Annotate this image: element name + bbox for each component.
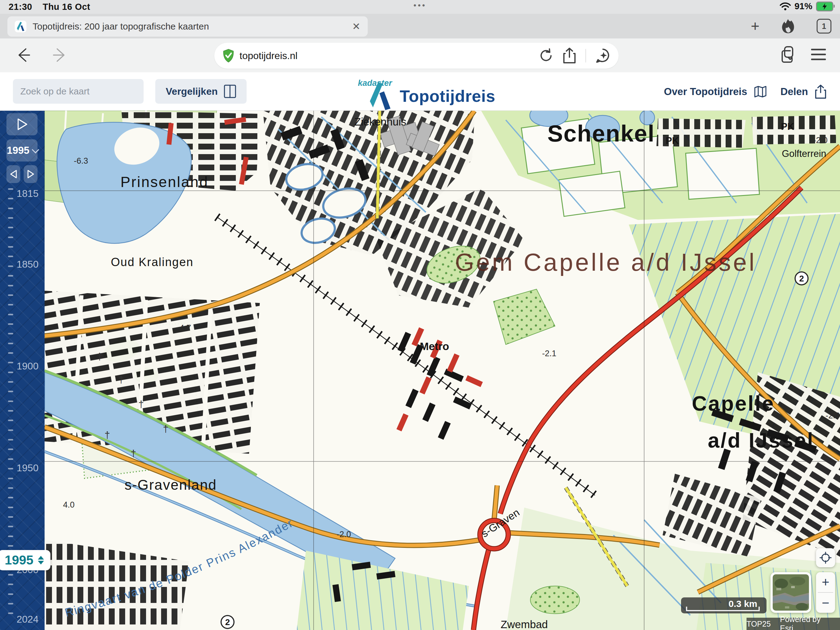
timeline-tick bbox=[8, 352, 13, 354]
site-title: Topotijdreis bbox=[400, 86, 495, 106]
wifi-icon bbox=[780, 2, 791, 11]
timeline-tick bbox=[8, 391, 13, 392]
label-pk-east: PK bbox=[781, 121, 794, 132]
label-golfterrein: Golfterrein bbox=[782, 148, 826, 159]
forward-button[interactable] bbox=[52, 47, 68, 63]
timeline-tick bbox=[8, 478, 13, 479]
kadaster-k-icon bbox=[369, 82, 393, 111]
timeline-tick bbox=[8, 188, 13, 190]
timeline-tick bbox=[8, 246, 13, 248]
label-depth-prinsenland: -6.3 bbox=[74, 156, 88, 166]
back-button[interactable] bbox=[15, 47, 32, 63]
tab-title: Topotijdreis: 200 jaar topografische kaa… bbox=[33, 21, 346, 32]
map-search[interactable] bbox=[13, 79, 144, 104]
label-depth-right: -2.0 bbox=[826, 411, 840, 420]
multitask-dots-icon: ••• bbox=[414, 1, 426, 10]
share-link[interactable]: Delen bbox=[780, 85, 826, 99]
timeline-year-2024[interactable]: 2024 bbox=[17, 614, 38, 625]
zoom-out-button[interactable]: − bbox=[816, 593, 835, 613]
compare-label: Vergelijken bbox=[166, 86, 218, 97]
label-oud-kralingen: Oud Kralingen bbox=[111, 256, 194, 269]
timeline-tick bbox=[8, 594, 13, 595]
aerial-preview-image bbox=[773, 574, 809, 611]
tab-counter[interactable]: 1 bbox=[816, 19, 831, 33]
label-pk-west: PK bbox=[666, 135, 679, 146]
reload-icon[interactable] bbox=[539, 48, 553, 63]
label-depth-40: 4.0 bbox=[63, 500, 75, 510]
timeline-tick bbox=[8, 333, 13, 334]
split-view-icon bbox=[224, 85, 236, 98]
timeline-tick bbox=[8, 217, 13, 219]
timeline-tick bbox=[8, 400, 13, 402]
timeline-tick bbox=[8, 545, 13, 547]
topographic-map[interactable]: 2 2 † † † † † † Ziekenhuis Schenkel PK P… bbox=[44, 111, 840, 630]
timeline-year-1950[interactable]: 1950 bbox=[17, 462, 38, 474]
tab-strip: Topotijdreis: 200 jaar topografische kaa… bbox=[0, 14, 840, 38]
timeline-tick bbox=[8, 285, 13, 287]
timeline-tick bbox=[8, 526, 13, 527]
timeline-year-1815[interactable]: 1815 bbox=[17, 188, 38, 199]
battery-icon bbox=[816, 2, 833, 11]
compare-button[interactable]: Vergelijken bbox=[155, 79, 246, 104]
timeline-tick bbox=[8, 603, 13, 605]
label-metro: Metro bbox=[420, 340, 449, 352]
tab-close-icon[interactable]: ✕ bbox=[352, 21, 360, 32]
timeline-tick bbox=[8, 372, 13, 373]
locate-button[interactable] bbox=[816, 548, 835, 567]
timeline-tick bbox=[8, 535, 13, 537]
label-zwembad: Zwembad bbox=[501, 618, 548, 630]
route-number-2-south: 2 bbox=[225, 617, 230, 627]
cross-symbol: † bbox=[97, 351, 103, 362]
timeline-year-1900[interactable]: 1900 bbox=[17, 361, 38, 372]
basemap-thumbnail[interactable] bbox=[771, 572, 811, 613]
timeline-tick bbox=[8, 468, 13, 469]
search-input[interactable] bbox=[20, 86, 140, 97]
timeline-tick bbox=[8, 497, 13, 499]
summarize-sparkle-icon[interactable] bbox=[595, 48, 611, 63]
share-icon[interactable] bbox=[563, 47, 576, 64]
timeline-tick bbox=[8, 584, 13, 585]
screen: 21:30Thu 16 Oct ••• 91% Topotijdreis bbox=[0, 0, 840, 630]
cross-symbol: † bbox=[118, 374, 124, 385]
label-depth-20: -2.0 bbox=[337, 530, 351, 539]
flame-icon[interactable] bbox=[782, 19, 794, 33]
status-date: Thu 16 Oct bbox=[43, 2, 90, 12]
timeline-tick bbox=[8, 275, 13, 277]
cross-symbol: † bbox=[104, 429, 110, 440]
url-bar[interactable]: topotijdreis.nl bbox=[214, 43, 619, 69]
timeline-year-1850[interactable]: 1850 bbox=[17, 259, 38, 270]
timeline-tick bbox=[8, 304, 13, 306]
year-sort-arrows-icon bbox=[38, 556, 44, 565]
label-schenkel: Schenkel bbox=[547, 120, 655, 146]
timeline-tick bbox=[8, 198, 13, 199]
crosshair-icon bbox=[819, 552, 832, 564]
label-depth-21: -2.1 bbox=[542, 349, 556, 358]
timeline-tick bbox=[8, 227, 13, 228]
brand-logo[interactable]: kadaster Topotijdreis bbox=[357, 75, 504, 109]
menu-icon[interactable] bbox=[811, 48, 826, 60]
browser-tab[interactable]: Topotijdreis: 200 jaar topografische kaa… bbox=[7, 16, 368, 36]
label-capelle: Capelle bbox=[692, 392, 775, 415]
timeline-tick bbox=[8, 487, 13, 489]
label-s-gravenland: s-Gravenland bbox=[125, 477, 217, 493]
current-year-badge[interactable]: 1995 bbox=[0, 550, 51, 570]
timeline-tick bbox=[8, 256, 13, 257]
map-scale-bar: 0.3 km bbox=[681, 597, 766, 613]
attribution-esri: Powered by Esri bbox=[780, 615, 836, 630]
new-tab-icon[interactable]: + bbox=[751, 19, 759, 33]
attribution-layer: TOP25 bbox=[747, 619, 771, 628]
clipboard-icon[interactable] bbox=[781, 46, 795, 63]
timeline-tick bbox=[8, 314, 13, 315]
timeline-tick bbox=[8, 237, 13, 238]
zoom-in-button[interactable]: + bbox=[816, 572, 835, 592]
navigation-bar: topotijdreis.nl bbox=[0, 38, 840, 72]
timeline-tick bbox=[8, 458, 13, 460]
status-time-date: 21:30Thu 16 Oct bbox=[9, 2, 101, 12]
site-header: Vergelijken kadaster Topotijdreis Over T… bbox=[0, 72, 840, 111]
label-depth-47: -4.7 bbox=[177, 323, 191, 332]
timeline-tick bbox=[8, 343, 13, 344]
timeline-tick bbox=[8, 266, 13, 267]
about-link[interactable]: Over Topotijdreis bbox=[664, 86, 767, 98]
timeline-sidebar: 1995 1815 1850 1900 1950 2000 2024 1995 bbox=[0, 111, 44, 630]
timeline-tick bbox=[8, 507, 13, 508]
